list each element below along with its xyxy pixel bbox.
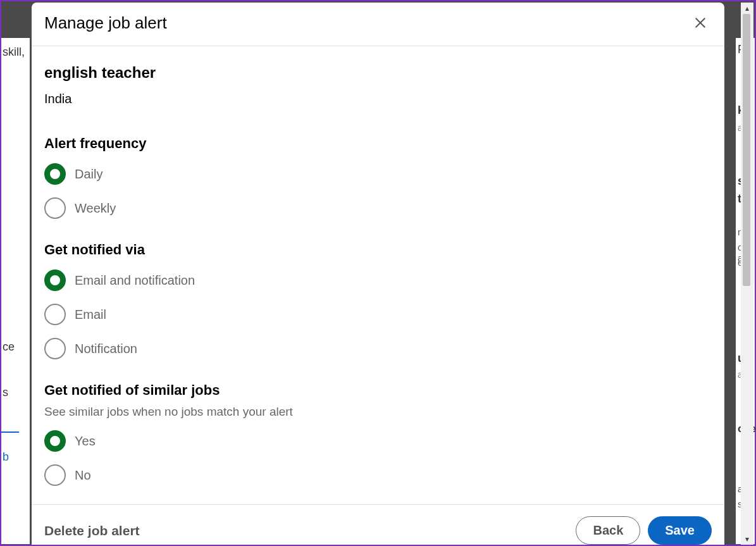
scroll-track[interactable]: [741, 14, 753, 533]
bg-text: b: [3, 450, 9, 464]
close-icon: [693, 16, 707, 30]
radio-label: Email: [75, 307, 106, 322]
footer-actions: Back Save: [576, 516, 712, 545]
alert-job-title: english teacher: [44, 64, 712, 82]
modal-header: Manage job alert: [32, 3, 724, 46]
radio-daily[interactable]: Daily: [44, 163, 712, 185]
radio-email[interactable]: Email: [44, 304, 712, 325]
radio-similar-yes[interactable]: Yes: [44, 430, 712, 452]
scroll-down-icon[interactable]: ▾: [741, 533, 753, 545]
modal-title: Manage job alert: [44, 13, 167, 33]
alert-location: India: [44, 92, 712, 106]
scrollbar[interactable]: ▴ ▾: [741, 3, 753, 545]
bg-text: ce: [3, 340, 15, 354]
bg-left-panel: skill, ce s b: [1, 38, 30, 544]
radio-label: Weekly: [75, 201, 116, 216]
modal-footer: Delete job alert Back Save: [32, 504, 724, 545]
bg-underline: [1, 431, 19, 433]
manage-job-alert-modal: Manage job alert english teacher India A…: [32, 3, 724, 545]
radio-weekly[interactable]: Weekly: [44, 197, 712, 219]
section-heading-similar: Get notified of similar jobs: [44, 382, 712, 399]
bg-text: s: [3, 386, 8, 399]
section-notified-via: Get notified via Email and notification …: [44, 242, 712, 359]
viewport: skill, ce s b F k ase s y tur nar ou a e…: [0, 0, 756, 546]
radio-indicator: [44, 464, 66, 486]
back-button[interactable]: Back: [576, 516, 640, 545]
section-heading-via: Get notified via: [44, 242, 712, 258]
radio-notification[interactable]: Notification: [44, 338, 712, 359]
bg-text: skill,: [3, 46, 25, 59]
radio-label: Daily: [75, 167, 102, 182]
radio-label: Email and notification: [75, 273, 195, 288]
radio-indicator: [44, 197, 66, 219]
section-similar-jobs: Get notified of similar jobs See similar…: [44, 382, 712, 486]
radio-indicator: [44, 304, 66, 325]
radio-email-and-notification[interactable]: Email and notification: [44, 270, 712, 291]
delete-job-alert-link[interactable]: Delete job alert: [44, 523, 140, 538]
modal-body: english teacher India Alert frequency Da…: [32, 46, 724, 504]
scroll-thumb[interactable]: [743, 14, 750, 286]
radio-label: Notification: [75, 342, 137, 356]
scroll-up-icon[interactable]: ▴: [741, 3, 753, 14]
section-heading-frequency: Alert frequency: [44, 135, 712, 152]
radio-similar-no[interactable]: No: [44, 464, 712, 486]
radio-indicator: [44, 430, 66, 452]
radio-label: No: [75, 468, 91, 483]
radio-label: Yes: [75, 434, 96, 449]
section-sub-similar: See similar jobs when no jobs match your…: [44, 405, 712, 419]
close-button[interactable]: [689, 11, 712, 34]
save-button[interactable]: Save: [648, 516, 712, 545]
radio-indicator: [44, 270, 66, 291]
section-alert-frequency: Alert frequency Daily Weekly: [44, 135, 712, 219]
radio-indicator: [44, 338, 66, 359]
radio-indicator: [44, 163, 66, 185]
